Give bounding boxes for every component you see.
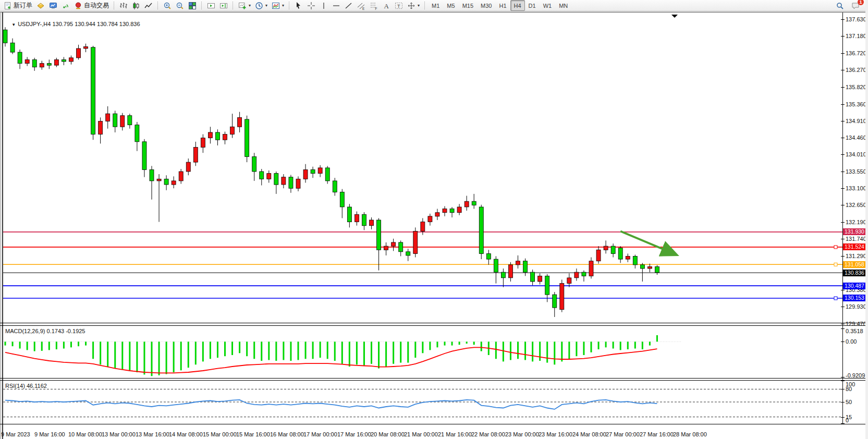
price-tick-label: 133.550	[846, 168, 866, 175]
toolbar-group-zoom	[161, 0, 199, 11]
terminal-button[interactable]	[47, 0, 59, 11]
price-tick-label: 134.910	[846, 117, 866, 125]
gold-ingot-button[interactable]	[34, 0, 47, 11]
tf-m1-label: M1	[432, 3, 439, 9]
window-right-margin	[865, 0, 868, 439]
new-chart-button[interactable]: ▾	[236, 0, 253, 11]
templates-button[interactable]: ▾	[270, 0, 286, 11]
vertical-line-button[interactable]	[317, 0, 330, 11]
pane-splitter-1[interactable]	[0, 323, 865, 323]
time-axis-label: 20 Mar 08:00	[371, 431, 405, 437]
line-chart-icon	[144, 2, 153, 10]
time-axis-label: 21 Mar 16:00	[438, 431, 472, 437]
price-tick-label: 136.270	[846, 66, 866, 74]
svg-text:E: E	[362, 6, 365, 10]
tf-h4[interactable]: H4	[510, 0, 525, 11]
pane-splitter-2[interactable]	[0, 378, 865, 379]
tf-m5[interactable]: M5	[443, 0, 458, 11]
bar-chart-button[interactable]	[117, 0, 130, 11]
macd-tick-label: 0.3518	[846, 327, 863, 335]
tile-windows-button[interactable]	[186, 0, 199, 11]
tf-w1-label: W1	[543, 3, 552, 9]
fibonacci-button[interactable]: F	[368, 0, 380, 11]
toolbar-right: 1	[834, 0, 868, 11]
gold-ingot-icon	[36, 2, 45, 10]
text-button[interactable]: A	[380, 0, 393, 11]
price-tick-label: 131.740	[846, 235, 866, 242]
time-axis-label: 21 Mar 00:00	[404, 431, 438, 437]
toolbar-separator	[289, 2, 290, 9]
new-order-button[interactable]: 新订单	[2, 0, 34, 11]
signals-button[interactable]	[59, 0, 72, 11]
time-axis-label: 10 Mar 08:00	[68, 431, 102, 437]
price-tick	[841, 70, 845, 70]
tf-h4-label: H4	[514, 3, 521, 9]
tf-h1[interactable]: H1	[495, 0, 510, 11]
tf-m15[interactable]: M15	[459, 0, 477, 11]
price-tick	[841, 256, 845, 257]
zoom-in-icon	[163, 2, 172, 10]
auto-scroll-button[interactable]	[205, 0, 217, 11]
trendline-button[interactable]	[343, 0, 355, 11]
search-button[interactable]	[834, 0, 846, 11]
toolbar-group-scroll	[205, 0, 230, 11]
terminal-icon	[49, 2, 57, 10]
crosshair-button[interactable]	[305, 0, 317, 11]
price-tick	[841, 53, 845, 54]
dropdown-caret-icon[interactable]: ▾	[418, 3, 420, 8]
cursor-icon	[295, 2, 303, 10]
periods-button[interactable]: ▾	[253, 0, 270, 11]
chart-shift-button[interactable]	[217, 0, 230, 11]
horizontal-line-button[interactable]	[330, 0, 343, 11]
price-badge: 131.058	[843, 261, 866, 268]
tf-mn[interactable]: MN	[555, 0, 571, 11]
candlestick-chart-button[interactable]	[130, 0, 142, 11]
rsi-tick	[841, 381, 845, 381]
arrows-button[interactable]: ▾	[405, 0, 422, 11]
pane-bottom-border	[0, 424, 865, 424]
text-label-button[interactable]: T	[393, 0, 405, 11]
search-icon	[836, 2, 844, 10]
tf-d1[interactable]: D1	[525, 0, 540, 11]
crosshair-icon	[307, 2, 315, 10]
macd-signal-line	[5, 347, 657, 373]
price-tick-label: 129.470	[846, 320, 866, 327]
rsi-pane[interactable]	[3, 381, 842, 424]
equidistant-channel-button[interactable]: E	[355, 0, 368, 11]
tf-w1[interactable]: W1	[540, 0, 556, 11]
equidistant-channel-icon: E	[357, 2, 365, 10]
price-tick	[841, 138, 845, 138]
tf-m1[interactable]: M1	[428, 0, 443, 11]
chart-window[interactable]: ▼USDJPY-,H4 130.795 130.944 130.784 130.…	[0, 12, 865, 439]
time-axis-label: 13 Mar 16:00	[136, 431, 169, 437]
vertical-line-icon	[320, 2, 328, 10]
trend-arrow-annotation	[620, 231, 675, 254]
dropdown-caret-icon[interactable]: ▾	[249, 3, 251, 8]
svg-text:T: T	[397, 3, 400, 8]
price-pane[interactable]	[3, 13, 842, 323]
autotrading-button[interactable]: 自动交易	[72, 0, 111, 11]
tf-m30[interactable]: M30	[477, 0, 495, 11]
text-label-icon: T	[395, 2, 403, 10]
chat-button[interactable]: 1	[849, 0, 862, 11]
price-badge: 130.487	[843, 283, 866, 289]
fibonacci-icon: F	[370, 2, 378, 10]
price-tick	[841, 188, 845, 189]
line-chart-button[interactable]	[142, 0, 155, 11]
zoom-in-button[interactable]	[161, 0, 174, 11]
price-badge: 131.524	[843, 243, 866, 250]
tf-m30-label: M30	[481, 3, 492, 9]
macd-tick-label: -0.9209	[846, 372, 865, 379]
clock-icon	[255, 2, 263, 10]
macd-tick	[841, 377, 845, 377]
cursor-button[interactable]	[292, 0, 305, 11]
macd-pane[interactable]	[3, 326, 842, 378]
price-tick	[841, 222, 845, 223]
rsi-tick-label: 0	[846, 417, 849, 424]
dropdown-caret-icon[interactable]: ▾	[282, 3, 284, 8]
macd-tick	[841, 328, 845, 329]
dropdown-caret-icon[interactable]: ▾	[265, 3, 267, 8]
price-tick	[841, 87, 845, 88]
pane-splitter-1b[interactable]	[0, 325, 865, 326]
zoom-out-button[interactable]	[174, 0, 186, 11]
